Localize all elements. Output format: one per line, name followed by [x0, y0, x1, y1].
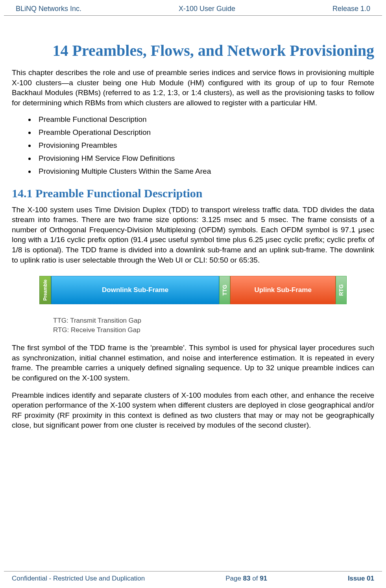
page-header: BLiNQ Networks Inc. X-100 User Guide Rel… — [4, 0, 382, 16]
list-item: Provisioning Preambles — [35, 141, 374, 150]
list-item: Provisioning HM Service Flow Definitions — [35, 154, 374, 163]
rtg-block: RTG — [336, 276, 347, 304]
header-doc-title: X-100 User Guide — [179, 5, 235, 13]
header-release: Release 1.0 — [332, 5, 370, 13]
uplink-label: Uplink Sub-Frame — [254, 286, 311, 294]
page-current: 83 — [243, 575, 251, 582]
topic-list: Preamble Functional Description Preamble… — [12, 115, 374, 176]
list-item: Preamble Operational Description — [35, 128, 374, 137]
page-total: 91 — [260, 575, 267, 582]
diagram-legend: TTG: Transmit Transition Gap RTG: Receiv… — [39, 316, 347, 335]
downlink-label: Downlink Sub-Frame — [102, 286, 168, 294]
page-content: 14 Preambles, Flows, and Network Provisi… — [0, 16, 386, 430]
footer-issue: Issue 01 — [348, 575, 374, 582]
ttg-label: TTG — [222, 285, 228, 296]
frame-blocks: Preamble Downlink Sub-Frame TTG Uplink S… — [39, 276, 347, 304]
uplink-block: Uplink Sub-Frame — [230, 276, 336, 304]
preamble-label: Preamble — [42, 279, 48, 301]
section-paragraph-1: The X-100 system uses Time Division Dupl… — [12, 205, 374, 265]
section-heading: 14.1 Preamble Functional Description — [12, 187, 374, 200]
list-item: Provisioning Multiple Clusters Within th… — [35, 167, 374, 176]
legend-ttg: TTG: Transmit Transition Gap — [53, 316, 347, 325]
list-item: Preamble Functional Description — [35, 115, 374, 124]
page-footer: Confidential - Restricted Use and Duplic… — [4, 571, 382, 588]
section-paragraph-2: The first symbol of the TDD frame is the… — [12, 343, 374, 383]
footer-page: Page 83 of 91 — [225, 575, 267, 582]
chapter-title: 14 Preambles, Flows, and Network Provisi… — [12, 41, 374, 60]
legend-rtg: RTG: Receive Transition Gap — [53, 325, 347, 335]
page-sep: of — [251, 575, 260, 582]
header-company: BLiNQ Networks Inc. — [16, 5, 81, 13]
rtg-label: RTG — [338, 285, 344, 296]
downlink-block: Downlink Sub-Frame — [51, 276, 219, 304]
preamble-block: Preamble — [39, 276, 51, 304]
section-paragraph-3: Preamble indices identify and separate c… — [12, 390, 374, 431]
page-prefix: Page — [225, 575, 243, 582]
ttg-block: TTG — [219, 276, 230, 304]
intro-paragraph: This chapter describes the role and use … — [12, 68, 374, 108]
tdd-frame-diagram: Preamble Downlink Sub-Frame TTG Uplink S… — [12, 272, 374, 343]
footer-confidential: Confidential - Restricted Use and Duplic… — [12, 575, 145, 582]
